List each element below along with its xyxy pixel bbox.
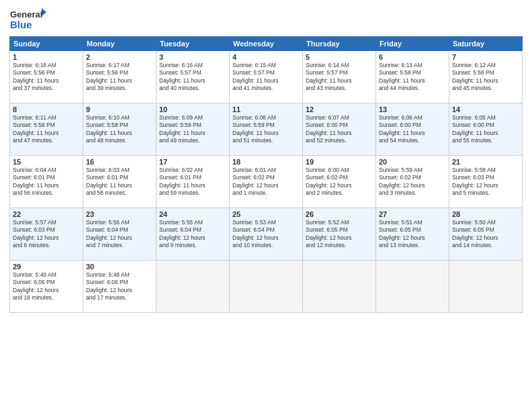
cell-info: Sunrise: 6:03 AMSunset: 6:01 PMDaylight:… [86,167,153,197]
calendar-cell: 6 Sunrise: 6:13 AMSunset: 5:58 PMDayligh… [376,51,449,103]
header: General Blue [9,7,523,32]
logo-svg: General Blue [9,7,46,32]
calendar-cell: 18 Sunrise: 6:01 AMSunset: 6:02 PMDaylig… [230,156,303,208]
weekday-header-friday: Friday [376,37,449,51]
day-number: 25 [232,210,300,218]
calendar-cell: 29 Sunrise: 5:49 AMSunset: 6:06 PMDaylig… [10,261,83,313]
day-number: 23 [86,210,153,218]
calendar-header-row: SundayMondayTuesdayWednesdayThursdayFrid… [10,37,523,51]
day-number: 15 [13,158,80,166]
cell-info: Sunrise: 6:17 AMSunset: 5:56 PMDaylight:… [86,62,153,93]
day-number: 6 [379,53,446,61]
cell-info: Sunrise: 5:49 AMSunset: 6:06 PMDaylight:… [13,271,80,302]
calendar-cell: 27 Sunrise: 5:51 AMSunset: 6:05 PMDaylig… [376,208,449,261]
calendar-cell: 20 Sunrise: 5:59 AMSunset: 6:02 PMDaylig… [376,156,449,208]
day-number: 10 [159,105,226,113]
cell-info: Sunrise: 5:55 AMSunset: 6:04 PMDaylight:… [159,219,226,250]
cell-info: Sunrise: 6:02 AMSunset: 6:01 PMDaylight:… [159,167,226,197]
calendar-week-4: 22 Sunrise: 5:57 AMSunset: 6:03 PMDaylig… [10,208,523,261]
cell-info: Sunrise: 6:09 AMSunset: 5:59 PMDaylight:… [159,114,226,145]
calendar-week-3: 15 Sunrise: 6:04 AMSunset: 6:01 PMDaylig… [10,156,523,208]
calendar-cell: 13 Sunrise: 6:06 AMSunset: 6:00 PMDaylig… [376,103,449,156]
calendar-cell: 1 Sunrise: 6:18 AMSunset: 5:56 PMDayligh… [10,51,83,103]
day-number: 29 [13,263,80,271]
calendar-cell: 24 Sunrise: 5:55 AMSunset: 6:04 PMDaylig… [157,208,230,261]
cell-info: Sunrise: 5:59 AMSunset: 6:02 PMDaylight:… [379,167,446,197]
calendar-cell: 28 Sunrise: 5:50 AMSunset: 6:05 PMDaylig… [449,208,523,261]
cell-info: Sunrise: 5:57 AMSunset: 6:03 PMDaylight:… [13,219,80,250]
weekday-header-tuesday: Tuesday [157,37,230,51]
weekday-header-saturday: Saturday [449,37,523,51]
calendar-cell: 3 Sunrise: 6:16 AMSunset: 5:57 PMDayligh… [157,51,230,103]
calendar-cell: 30 Sunrise: 5:48 AMSunset: 6:06 PMDaylig… [83,261,157,313]
cell-info: Sunrise: 6:01 AMSunset: 6:02 PMDaylight:… [232,167,300,197]
day-number: 2 [86,53,153,61]
day-number: 20 [379,158,446,166]
svg-marker-2 [42,8,46,16]
cell-info: Sunrise: 5:48 AMSunset: 6:06 PMDaylight:… [86,271,153,302]
calendar-cell: 11 Sunrise: 6:08 AMSunset: 5:59 PMDaylig… [230,103,303,156]
calendar-cell: 25 Sunrise: 5:53 AMSunset: 6:04 PMDaylig… [230,208,303,261]
cell-info: Sunrise: 5:51 AMSunset: 6:05 PMDaylight:… [379,219,446,250]
weekday-header-wednesday: Wednesday [230,37,303,51]
day-number: 22 [13,210,80,218]
day-number: 30 [86,263,153,271]
day-number: 24 [159,210,226,218]
cell-info: Sunrise: 5:53 AMSunset: 6:04 PMDaylight:… [232,219,300,250]
cell-info: Sunrise: 6:00 AMSunset: 6:02 PMDaylight:… [306,167,373,197]
calendar-week-1: 1 Sunrise: 6:18 AMSunset: 5:56 PMDayligh… [10,51,523,103]
svg-text:Blue: Blue [10,19,32,30]
cell-info: Sunrise: 6:08 AMSunset: 5:59 PMDaylight:… [232,114,300,145]
day-number: 18 [232,158,300,166]
calendar-cell: 2 Sunrise: 6:17 AMSunset: 5:56 PMDayligh… [83,51,157,103]
cell-info: Sunrise: 6:11 AMSunset: 5:58 PMDaylight:… [13,114,80,145]
calendar-cell: 17 Sunrise: 6:02 AMSunset: 6:01 PMDaylig… [157,156,230,208]
cell-info: Sunrise: 5:56 AMSunset: 6:04 PMDaylight:… [86,219,153,250]
day-number: 27 [379,210,446,218]
day-number: 3 [159,53,226,61]
day-number: 21 [452,158,519,166]
cell-info: Sunrise: 5:50 AMSunset: 6:05 PMDaylight:… [452,219,519,250]
day-number: 16 [86,158,153,166]
calendar-cell: 22 Sunrise: 5:57 AMSunset: 6:03 PMDaylig… [10,208,83,261]
calendar-table: SundayMondayTuesdayWednesdayThursdayFrid… [9,36,523,313]
calendar-cell: 21 Sunrise: 5:58 AMSunset: 6:03 PMDaylig… [449,156,523,208]
calendar-cell [157,261,230,313]
logo: General Blue [9,7,46,32]
calendar-cell: 9 Sunrise: 6:10 AMSunset: 5:58 PMDayligh… [83,103,157,156]
cell-info: Sunrise: 6:06 AMSunset: 6:00 PMDaylight:… [379,114,446,145]
calendar-cell: 23 Sunrise: 5:56 AMSunset: 6:04 PMDaylig… [83,208,157,261]
calendar-cell [376,261,449,313]
calendar-cell: 10 Sunrise: 6:09 AMSunset: 5:59 PMDaylig… [157,103,230,156]
calendar-cell: 16 Sunrise: 6:03 AMSunset: 6:01 PMDaylig… [83,156,157,208]
cell-info: Sunrise: 5:58 AMSunset: 6:03 PMDaylight:… [452,167,519,197]
cell-info: Sunrise: 6:13 AMSunset: 5:58 PMDaylight:… [379,62,446,93]
cell-info: Sunrise: 6:04 AMSunset: 6:01 PMDaylight:… [13,167,80,197]
day-number: 4 [232,53,300,61]
day-number: 13 [379,105,446,113]
day-number: 26 [306,210,373,218]
cell-info: Sunrise: 6:12 AMSunset: 5:58 PMDaylight:… [452,62,519,93]
svg-text:General: General [10,9,42,19]
day-number: 9 [86,105,153,113]
cell-info: Sunrise: 6:15 AMSunset: 5:57 PMDaylight:… [232,62,300,93]
cell-info: Sunrise: 5:52 AMSunset: 6:05 PMDaylight:… [306,219,373,250]
cell-info: Sunrise: 6:14 AMSunset: 5:57 PMDaylight:… [306,62,373,93]
cell-info: Sunrise: 6:16 AMSunset: 5:57 PMDaylight:… [159,62,226,93]
calendar-cell: 26 Sunrise: 5:52 AMSunset: 6:05 PMDaylig… [303,208,376,261]
day-number: 8 [13,105,80,113]
day-number: 17 [159,158,226,166]
calendar-week-5: 29 Sunrise: 5:49 AMSunset: 6:06 PMDaylig… [10,261,523,313]
day-number: 19 [306,158,373,166]
day-number: 28 [452,210,519,218]
calendar-cell: 7 Sunrise: 6:12 AMSunset: 5:58 PMDayligh… [449,51,523,103]
weekday-header-sunday: Sunday [10,37,83,51]
calendar-cell [303,261,376,313]
weekday-header-monday: Monday [83,37,157,51]
day-number: 14 [452,105,519,113]
calendar-week-2: 8 Sunrise: 6:11 AMSunset: 5:58 PMDayligh… [10,103,523,156]
cell-info: Sunrise: 6:05 AMSunset: 6:00 PMDaylight:… [452,114,519,145]
cell-info: Sunrise: 6:07 AMSunset: 6:00 PMDaylight:… [306,114,373,145]
page: General Blue SundayMondayTuesdayWednesda… [0,0,532,411]
cell-info: Sunrise: 6:10 AMSunset: 5:58 PMDaylight:… [86,114,153,145]
